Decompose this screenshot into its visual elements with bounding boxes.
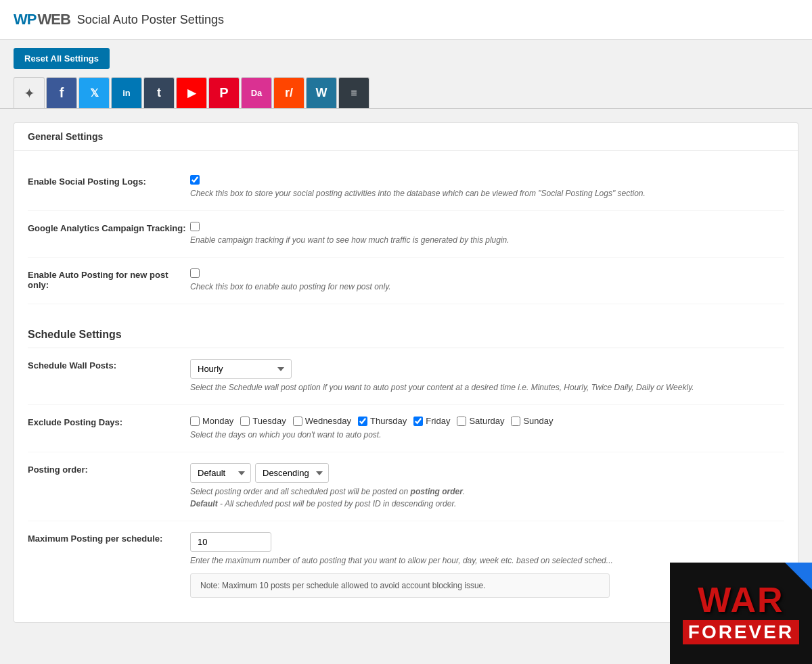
day-friday: Friday: [413, 416, 450, 426]
tab-linkedin[interactable]: in: [111, 77, 142, 108]
forever-text: FOREVER: [683, 620, 799, 636]
tab-buffer[interactable]: ≡: [338, 77, 369, 108]
tab-reddit[interactable]: r/: [273, 77, 304, 108]
day-monday: Monday: [190, 416, 233, 426]
enable-logs-checkbox[interactable]: [190, 175, 200, 185]
tabs-bar: ✦ f 𝕏 in t ▶ P Da r/ W ≡: [0, 77, 812, 109]
friday-checkbox[interactable]: [413, 417, 423, 426]
toolbar: Reset All Settings: [0, 40, 812, 77]
max-posting-input[interactable]: [190, 532, 271, 552]
analytics-label: Google Analytics Campaign Tracking:: [28, 222, 190, 233]
tumblr-icon: t: [157, 86, 161, 100]
posting-order-description: Select posting order and all scheduled p…: [190, 485, 784, 510]
saturday-checkbox[interactable]: [457, 417, 466, 426]
schedule-settings-title: Schedule Settings: [28, 315, 784, 348]
tab-facebook[interactable]: f: [46, 77, 77, 108]
setting-row-exclude-days: Exclude Posting Days: Monday Tuesday: [28, 405, 784, 452]
schedule-wall-label: Schedule Wall Posts:: [28, 359, 190, 371]
friday-label: Friday: [426, 416, 450, 426]
wednesday-checkbox[interactable]: [293, 417, 302, 426]
setting-row-new-post: Enable Auto Posting for new post only: C…: [28, 258, 784, 304]
exclude-days-control: Monday Tuesday Wednesday Thursday: [190, 416, 784, 441]
monday-checkbox[interactable]: [190, 417, 200, 426]
main-content: General Settings Enable Social Posting L…: [0, 109, 812, 636]
thursday-checkbox[interactable]: [358, 417, 367, 426]
max-posting-label: Maximum Posting per schedule:: [28, 532, 190, 544]
setting-row-analytics: Google Analytics Campaign Tracking: Enab…: [28, 211, 784, 258]
linkedin-icon: in: [122, 88, 131, 98]
day-sunday: Sunday: [511, 416, 553, 426]
new-post-label: Enable Auto Posting for new post only:: [28, 268, 190, 290]
new-post-control: Check this box to enable auto posting fo…: [190, 268, 784, 293]
day-tuesday: Tuesday: [240, 416, 286, 426]
war-badge: WAR FOREVER: [670, 563, 812, 636]
setting-row-schedule-wall: Schedule Wall Posts: Minutes Hourly Twic…: [28, 348, 784, 405]
tab-youtube[interactable]: ▶: [176, 77, 207, 108]
tab-twitter[interactable]: 𝕏: [78, 77, 110, 108]
google-analytics-checkbox[interactable]: [190, 222, 200, 231]
schedule-settings-header-row: Schedule Settings: [28, 304, 784, 348]
logs-checkbox-wrap: [190, 175, 784, 185]
logo: WPWEB: [14, 11, 70, 28]
reddit-icon: r/: [285, 86, 293, 100]
posting-order-dropdown[interactable]: Default Title Date Random: [190, 463, 251, 483]
day-wednesday: Wednesday: [293, 416, 351, 426]
day-saturday: Saturday: [457, 416, 504, 426]
tab-deviantart[interactable]: Da: [241, 77, 272, 108]
exclude-days-label: Exclude Posting Days:: [28, 416, 190, 427]
settings-section: General Settings Enable Social Posting L…: [14, 122, 798, 623]
posting-order-selects: Default Title Date Random Descending Asc…: [190, 463, 784, 483]
facebook-icon: f: [60, 85, 64, 101]
buffer-icon: ≡: [351, 87, 357, 99]
default-bold: Default: [190, 499, 218, 508]
monday-label: Monday: [202, 416, 233, 426]
setting-row-logs: Enable Social Posting Logs: Check this b…: [28, 164, 784, 211]
posting-direction-dropdown[interactable]: Descending Ascending: [255, 463, 329, 483]
war-text: WAR: [698, 582, 784, 617]
new-post-only-checkbox[interactable]: [190, 268, 200, 278]
day-thursday: Thursday: [358, 416, 407, 426]
tab-pinterest[interactable]: P: [208, 77, 240, 108]
logo-web: WEB: [37, 11, 70, 28]
schedule-wall-description: Select the Schedule wall post option if …: [190, 381, 784, 394]
twitter-icon: 𝕏: [90, 87, 99, 99]
tuesday-checkbox[interactable]: [240, 417, 250, 426]
settings-table: Enable Social Posting Logs: Check this b…: [14, 151, 798, 622]
tuesday-label: Tuesday: [252, 416, 286, 426]
page-header: WPWEB Social Auto Poster Settings: [0, 0, 812, 40]
posting-order-bold: posting order: [411, 487, 463, 496]
tab-wordpress[interactable]: W: [306, 77, 337, 108]
schedule-wall-control: Minutes Hourly Twice Daily Daily Weekly …: [190, 359, 784, 394]
new-post-checkbox-wrap: [190, 268, 784, 278]
posting-order-label: Posting order:: [28, 463, 190, 475]
exclude-days-description: Select the days on which you don't want …: [190, 429, 784, 441]
page-title: Social Auto Poster Settings: [77, 13, 224, 27]
logs-description: Check this box to store your social post…: [190, 187, 784, 199]
days-checkboxes: Monday Tuesday Wednesday Thursday: [190, 416, 784, 426]
logo-wp: WP: [14, 11, 36, 28]
new-post-description: Check this box to enable auto posting fo…: [190, 281, 784, 293]
note-text: Note: Maximum 10 posts per schedule allo…: [200, 581, 486, 590]
posting-order-control: Default Title Date Random Descending Asc…: [190, 463, 784, 510]
deviantart-icon: Da: [251, 88, 263, 98]
sunday-checkbox[interactable]: [511, 417, 520, 426]
thursday-label: Thursday: [370, 416, 407, 426]
analytics-description: Enable campaign tracking if you want to …: [190, 234, 784, 246]
saturday-label: Saturday: [469, 416, 504, 426]
logs-control: Check this box to store your social post…: [190, 175, 784, 199]
logs-label: Enable Social Posting Logs:: [28, 175, 190, 187]
reset-all-settings-button[interactable]: Reset All Settings: [14, 48, 110, 69]
max-posting-note: Note: Maximum 10 posts per schedule allo…: [190, 573, 610, 598]
setting-row-posting-order: Posting order: Default Title Date Random…: [28, 452, 784, 521]
tab-general[interactable]: ✦: [14, 77, 45, 108]
analytics-control: Enable campaign tracking if you want to …: [190, 222, 784, 246]
youtube-icon: ▶: [187, 87, 196, 99]
wordpress-icon: W: [316, 86, 328, 100]
schedule-wall-dropdown[interactable]: Minutes Hourly Twice Daily Daily Weekly: [190, 359, 292, 379]
analytics-checkbox-wrap: [190, 222, 784, 231]
wednesday-label: Wednesday: [305, 416, 351, 426]
pinterest-icon: P: [219, 85, 228, 101]
tab-tumblr[interactable]: t: [143, 77, 175, 108]
sunday-label: Sunday: [523, 416, 553, 426]
war-badge-inner: WAR FOREVER: [670, 563, 812, 636]
